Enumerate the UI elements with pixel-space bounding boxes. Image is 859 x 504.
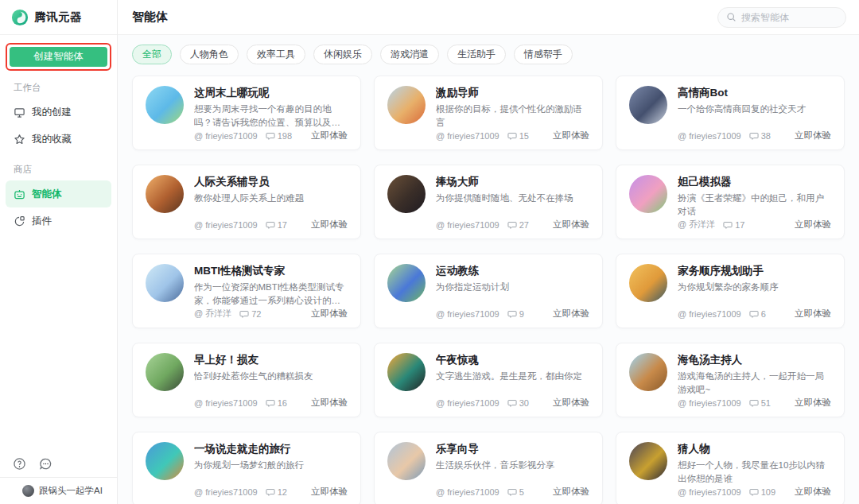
- agent-card[interactable]: 一场说走就走的旅行 为你规划一场梦幻般的旅行 @ frieyies71009 1…: [132, 432, 361, 504]
- plugin-icon: [14, 215, 25, 227]
- agent-card[interactable]: 捧场大师 为你提供随时随地、无处不在捧场 @ frieyies71009 27: [374, 165, 603, 239]
- category-tab[interactable]: 人物角色: [180, 45, 239, 64]
- comment-count: 72: [251, 309, 261, 319]
- comment-count: 17: [735, 220, 744, 230]
- agent-description: 为你规划一场梦幻般的旅行: [194, 459, 348, 472]
- try-now-link[interactable]: 立即体验: [553, 486, 589, 498]
- agent-author: @ frieyies71009: [678, 131, 741, 141]
- agent-card[interactable]: 早上好！损友 恰到好处惹你生气的糟糕损友 @ frieyies71009 16: [132, 343, 361, 417]
- comment-count: 51: [761, 398, 771, 408]
- agent-card[interactable]: 高情商Bot 一个给你高情商回复的社交天才 @ frieyies71009 38: [616, 76, 845, 150]
- agent-description: 教你处理人际关系上的难题: [194, 192, 348, 205]
- agent-author: @ frieyies71009: [194, 398, 258, 408]
- sidebar-item[interactable]: 智能体: [6, 180, 111, 207]
- try-now-link[interactable]: 立即体验: [795, 219, 831, 231]
- agent-card[interactable]: 家务顺序规划助手 为你规划繁杂的家务顺序 @ frieyies71009 6: [616, 254, 845, 328]
- comment-icon: [749, 131, 759, 141]
- try-now-link[interactable]: 立即体验: [311, 308, 348, 320]
- agent-avatar: [387, 86, 426, 124]
- star-icon: [14, 134, 25, 145]
- agent-avatar: [146, 442, 184, 480]
- agent-card[interactable]: 海龟汤主持人 游戏海龟汤的主持人，一起开始一局游戏吧~ @ frieyies71…: [616, 343, 845, 417]
- category-tab[interactable]: 游戏消遣: [380, 45, 439, 64]
- comment-icon: [749, 487, 759, 497]
- agent-title: 猜人物: [678, 442, 831, 456]
- search-input[interactable]: [741, 12, 829, 23]
- agent-author: @ frieyies71009: [678, 487, 741, 497]
- category-tab[interactable]: 情感帮手: [514, 45, 573, 64]
- brand-name: 腾讯元器: [34, 10, 82, 25]
- agent-card[interactable]: 午夜惊魂 文字逃生游戏。是生是死，都由你定 @ frieyies71009 30: [374, 343, 603, 417]
- store-menu: 智能体 插件: [0, 180, 117, 235]
- category-tab-label: 休闲娱乐: [324, 48, 362, 61]
- agent-card-footer: @ frieyies71009 17 立即体验: [194, 219, 348, 231]
- try-now-link[interactable]: 立即体验: [311, 397, 348, 409]
- sidebar-item[interactable]: 我的创建: [6, 99, 111, 126]
- agent-card[interactable]: 乐享向导 生活娱乐伙伴，音乐影视分享 @ frieyies71009 5: [374, 432, 603, 504]
- try-now-link[interactable]: 立即体验: [311, 486, 348, 498]
- try-now-link[interactable]: 立即体验: [553, 397, 589, 409]
- agent-author: @ frieyies71009: [678, 309, 741, 319]
- agent-description: 根据你的目标，提供个性化的激励语言: [436, 103, 589, 130]
- agent-title: MBTI性格测试专家: [194, 264, 348, 278]
- feedback-chat-icon[interactable]: [39, 457, 52, 471]
- agent-card[interactable]: 妲己模拟器 扮演《王者荣耀》中的妲己，和用户对话 @ 乔洋洋 17: [616, 165, 845, 239]
- category-tab[interactable]: 生活助手: [447, 45, 506, 64]
- agent-title: 高情商Bot: [678, 86, 831, 100]
- category-tab-label: 情感帮手: [524, 48, 562, 61]
- agent-card[interactable]: 这周末上哪玩呢 想要为周末寻找一个有趣的目的地吗？请告诉我您的位置、预算以及兴趣…: [132, 76, 361, 150]
- search-box[interactable]: [717, 7, 846, 28]
- try-now-link[interactable]: 立即体验: [795, 308, 831, 320]
- agent-avatar: [146, 175, 184, 213]
- agent-card-footer: @ frieyies71009 30 立即体验: [436, 397, 589, 409]
- comment-icon: [749, 309, 759, 319]
- category-tab[interactable]: 全部: [132, 45, 172, 64]
- try-now-link[interactable]: 立即体验: [553, 219, 589, 231]
- agent-card-footer: @ frieyies71009 198 立即体验: [194, 130, 348, 142]
- comment-icon: [507, 220, 517, 230]
- agent-card[interactable]: 猜人物 想好一个人物，我尽量在10步以内猜出你想的是谁 @ frieyies71…: [616, 432, 845, 504]
- comment-count: 27: [519, 220, 529, 230]
- sidebar-item[interactable]: 我的收藏: [6, 126, 111, 153]
- robot-icon: [14, 188, 25, 200]
- sidebar: 腾讯元器 创建智能体 工作台 我的创建: [0, 0, 118, 504]
- try-now-link[interactable]: 立即体验: [795, 130, 831, 142]
- agent-title: 妲己模拟器: [678, 175, 831, 189]
- agent-card[interactable]: MBTI性格测试专家 作为一位资深的MBTI性格类型测试专家，你能够通过一系列精…: [132, 254, 361, 328]
- agent-author: @ frieyies71009: [436, 398, 499, 408]
- comment-icon: [266, 220, 275, 230]
- agent-card-footer: @ frieyies71009 38 立即体验: [678, 130, 831, 142]
- help-icon[interactable]: [13, 457, 26, 471]
- watermark-avatar: [22, 485, 34, 497]
- comment-count: 198: [278, 131, 292, 141]
- sidebar-item-label: 插件: [32, 215, 52, 228]
- comment-count: 16: [278, 398, 287, 408]
- comment-count: 12: [278, 487, 287, 497]
- agent-card-footer: @ frieyies71009 27 立即体验: [436, 219, 589, 231]
- agent-card-footer: @ 乔洋洋 17 立即体验: [678, 219, 831, 231]
- content: 全部 人物角色 效率工具 休闲娱乐 游戏消遣: [118, 35, 859, 504]
- agent-card[interactable]: 运动教练 为你指定运动计划 @ frieyies71009 9: [374, 254, 603, 328]
- sidebar-item-label: 我的创建: [32, 106, 72, 119]
- agent-avatar: [387, 353, 426, 391]
- sidebar-item[interactable]: 插件: [6, 207, 111, 235]
- comment-icon: [266, 487, 275, 497]
- sidebar-footer: [0, 450, 117, 477]
- comment-count: 30: [519, 398, 529, 408]
- agent-description: 文字逃生游戏。是生是死，都由你定: [436, 370, 589, 383]
- create-agent-button[interactable]: 创建智能体: [10, 47, 107, 67]
- try-now-link[interactable]: 立即体验: [311, 130, 348, 142]
- try-now-link[interactable]: 立即体验: [553, 308, 589, 320]
- agent-card[interactable]: 激励导师 根据你的目标，提供个性化的激励语言 @ frieyies71009 1…: [374, 76, 603, 150]
- agent-card-footer: @ frieyies71009 6 立即体验: [678, 308, 831, 320]
- agent-card[interactable]: 人际关系辅导员 教你处理人际关系上的难题 @ frieyies71009 17: [132, 165, 361, 239]
- try-now-link[interactable]: 立即体验: [311, 219, 348, 231]
- agent-avatar: [629, 353, 667, 391]
- try-now-link[interactable]: 立即体验: [795, 486, 831, 498]
- category-tab[interactable]: 效率工具: [247, 45, 305, 64]
- category-tab[interactable]: 休闲娱乐: [313, 45, 372, 64]
- try-now-link[interactable]: 立即体验: [553, 130, 589, 142]
- page-title: 智能体: [132, 10, 168, 25]
- agent-author: @ frieyies71009: [436, 220, 499, 230]
- try-now-link[interactable]: 立即体验: [795, 397, 831, 409]
